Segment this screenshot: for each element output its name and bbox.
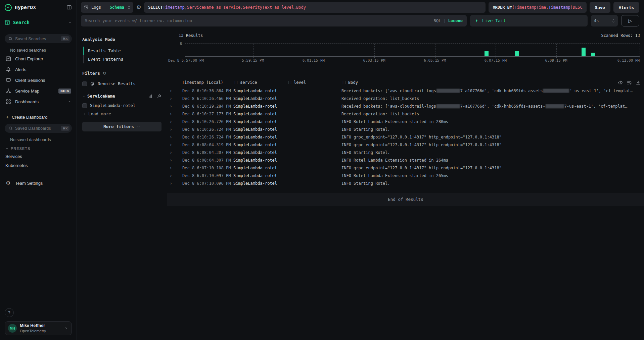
mode-results-table[interactable]: Results Table bbox=[83, 47, 162, 55]
table-row[interactable]: ›Dec 8 6:10:36.864 PMSimpleLambda-rotelR… bbox=[167, 87, 644, 95]
alerts-button[interactable]: Alerts bbox=[613, 2, 639, 13]
avatar: MH bbox=[8, 324, 17, 333]
cell-service: SimpleLambda-rotel bbox=[233, 158, 287, 163]
more-filters-button[interactable]: More filters bbox=[82, 122, 162, 131]
select-clause-input[interactable]: SELECT Timestamp, ServiceName as service… bbox=[144, 2, 486, 13]
sidebar-item-client-sessions[interactable]: Client Sessions bbox=[5, 75, 72, 86]
help-button[interactable]: ? bbox=[5, 308, 14, 317]
table-row[interactable]: ›Dec 8 6:10:26.724 PMSimpleLambda-rotelI… bbox=[167, 125, 644, 133]
user-card[interactable]: MH Mike Heffner OpenTelemetry bbox=[5, 321, 72, 335]
row-expand-chevron-icon[interactable]: › bbox=[170, 127, 179, 132]
facet-value-row[interactable]: SimpleLambda-rotel bbox=[82, 103, 162, 108]
row-expand-chevron-icon[interactable]: › bbox=[170, 173, 179, 178]
results-histogram: 8 Dec 8 5:57:00 PM5:59:15 PM6:01:15 PM6:… bbox=[171, 43, 640, 63]
saved-searches-input[interactable]: Saved Searches ⌘K bbox=[5, 34, 72, 43]
live-tail-button[interactable]: Live Tail bbox=[470, 15, 588, 26]
column-header-timestamp[interactable]: Timestamp (Local) bbox=[179, 80, 233, 85]
table-row[interactable]: ›Dec 8 6:10:29.284 PMSimpleLambda-rotelR… bbox=[167, 102, 644, 110]
histogram-bar[interactable] bbox=[591, 53, 595, 56]
cell-service: SimpleLambda-rotel bbox=[233, 166, 287, 170]
drag-handle-icon[interactable]: ⋮⋮ bbox=[287, 81, 292, 84]
denoise-checkbox[interactable] bbox=[82, 81, 87, 86]
facet-servicename-header[interactable]: ServiceName bbox=[82, 94, 162, 99]
sidebar-item-label: Alerts bbox=[15, 67, 71, 72]
refresh-icon[interactable]: ↻ bbox=[103, 71, 106, 76]
app-root: HyperDX Search Saved Searches ⌘K No sa bbox=[0, 0, 644, 340]
source-settings-gear-icon[interactable]: ⚙ bbox=[136, 5, 141, 10]
drag-handle-icon[interactable]: ⋮⋮ bbox=[233, 81, 238, 84]
row-expand-chevron-icon[interactable]: › bbox=[170, 104, 179, 109]
table-row[interactable]: ›Dec 8 6:07:10.097 PMSimpleLambda-rotelI… bbox=[167, 172, 644, 179]
column-header-body[interactable]: ⋮⋮ Body bbox=[341, 80, 644, 85]
table-row[interactable]: ›Dec 8 6:08:04.319 PMSimpleLambda-rotelI… bbox=[167, 141, 644, 149]
body-text: INFO Rotel Lambda Extension started in 2… bbox=[341, 173, 448, 178]
column-header-level[interactable]: ⋮⋮ level bbox=[287, 80, 341, 85]
sidebar-nav: Saved Searches ⌘K No saved searches Char… bbox=[0, 30, 77, 308]
row-expand-chevron-icon[interactable]: › bbox=[170, 111, 179, 116]
refresh-interval-select[interactable]: 4s bbox=[591, 15, 618, 26]
load-more-button[interactable]: Load more bbox=[83, 111, 162, 116]
table-row[interactable]: ›Dec 8 6:07:10.096 PMSimpleLambda-rotelI… bbox=[167, 179, 644, 187]
table-row[interactable]: ›Dec 8 6:10:26.724 PMSimpleLambda-rotelI… bbox=[167, 133, 644, 141]
bar-chart-icon[interactable] bbox=[148, 94, 153, 99]
row-expand-chevron-icon[interactable]: › bbox=[170, 150, 179, 155]
row-expand-chevron-icon[interactable]: › bbox=[170, 134, 179, 139]
user-org: OpenTelemetry bbox=[20, 329, 61, 333]
facet-value-checkbox[interactable] bbox=[82, 103, 87, 108]
histogram-bar[interactable] bbox=[515, 51, 519, 56]
row-expand-chevron-icon[interactable]: › bbox=[170, 88, 179, 93]
table-row[interactable]: ›Dec 8 6:10:26.726 PMSimpleLambda-rotelI… bbox=[167, 118, 644, 125]
sidebar-collapse-icon[interactable] bbox=[66, 5, 72, 10]
row-expand-chevron-icon[interactable]: › bbox=[170, 142, 179, 147]
wrap-lines-icon[interactable] bbox=[627, 80, 632, 85]
table-row[interactable]: ›Dec 8 6:10:27.173 PMSimpleLambda-rotelR… bbox=[167, 110, 644, 118]
row-expand-chevron-icon[interactable]: › bbox=[170, 158, 179, 163]
event-search-input[interactable]: Search your events w/ Lucene ex. column:… bbox=[81, 15, 467, 26]
sidebar-item-service-map[interactable]: Service Map BETA bbox=[5, 86, 72, 96]
row-expand-chevron-icon[interactable]: › bbox=[170, 181, 179, 186]
sidebar-item-alerts[interactable]: Alerts bbox=[5, 64, 72, 75]
cell-timestamp: Dec 8 6:10:27.173 PM bbox=[179, 112, 233, 116]
sidebar-item-team-settings[interactable]: ⚙ Team Settings bbox=[5, 178, 72, 188]
save-button[interactable]: Save bbox=[590, 2, 610, 13]
histogram-bar[interactable] bbox=[485, 51, 489, 56]
row-expand-chevron-icon[interactable]: › bbox=[170, 96, 179, 101]
table-header: Timestamp (Local) ⋮⋮ service ⋮⋮ level ⋮⋮ bbox=[167, 78, 644, 87]
orderby-clause-input[interactable]: ORDER BY (TimestampTime, Timestamp) DESC bbox=[489, 2, 586, 13]
presets-toggle[interactable]: PRESETS bbox=[5, 147, 72, 151]
source-select[interactable]: Logs Schema bbox=[81, 2, 133, 13]
table-row[interactable]: ›Dec 8 6:08:04.307 PMSimpleLambda-rotelI… bbox=[167, 149, 644, 156]
sidebar-item-dashboards[interactable]: Dashboards bbox=[5, 96, 72, 107]
create-dashboard-label: Create Dashboard bbox=[12, 115, 47, 120]
table-row[interactable]: ›Dec 8 6:10:36.466 PMSimpleLambda-rotelR… bbox=[167, 95, 644, 102]
chevron-up-icon[interactable] bbox=[68, 100, 71, 103]
sidebar-section-search[interactable]: Search bbox=[0, 15, 77, 30]
sidebar-item-chart-explorer[interactable]: Chart Explorer bbox=[5, 53, 72, 64]
cell-timestamp: Dec 8 6:10:26.724 PM bbox=[179, 127, 233, 132]
pin-icon[interactable] bbox=[157, 94, 162, 99]
code-view-icon[interactable] bbox=[618, 80, 623, 85]
table-row[interactable]: ›Dec 8 6:07:10.108 PMSimpleLambda-rotelI… bbox=[167, 164, 644, 172]
create-dashboard-button[interactable]: + Create Dashboard bbox=[5, 112, 72, 124]
sidebar-item-kubernetes[interactable]: Kubernetes bbox=[5, 161, 72, 170]
facet-actions bbox=[148, 94, 162, 99]
query-segment: ( bbox=[512, 5, 514, 10]
play-button[interactable]: ▷ bbox=[621, 15, 639, 26]
denoise-results-row[interactable]: Denoise Results bbox=[82, 81, 162, 86]
sidebar-item-services[interactable]: Services bbox=[5, 152, 72, 161]
row-expand-chevron-icon[interactable]: › bbox=[170, 165, 179, 170]
lucene-toggle[interactable]: Lucene bbox=[448, 18, 463, 23]
drag-handle-icon[interactable]: ⋮⋮ bbox=[341, 81, 346, 84]
chart-plot[interactable] bbox=[185, 43, 640, 57]
mode-event-patterns[interactable]: Event Patterns bbox=[83, 55, 162, 63]
row-expand-chevron-icon[interactable]: › bbox=[170, 119, 179, 124]
search-section-icon bbox=[5, 20, 10, 25]
table-row[interactable]: ›Dec 8 6:08:04.307 PMSimpleLambda-rotelI… bbox=[167, 156, 644, 164]
download-icon[interactable] bbox=[636, 80, 641, 85]
sql-toggle[interactable]: SQL bbox=[434, 18, 441, 23]
chevron-up-icon[interactable] bbox=[68, 20, 72, 24]
column-header-service[interactable]: ⋮⋮ service bbox=[233, 80, 287, 85]
saved-dashboards-input[interactable]: Saved Dashboards ⌘K bbox=[5, 124, 72, 133]
histogram-bar[interactable] bbox=[582, 48, 586, 56]
language-toggle: SQL | Lucene bbox=[434, 18, 463, 23]
